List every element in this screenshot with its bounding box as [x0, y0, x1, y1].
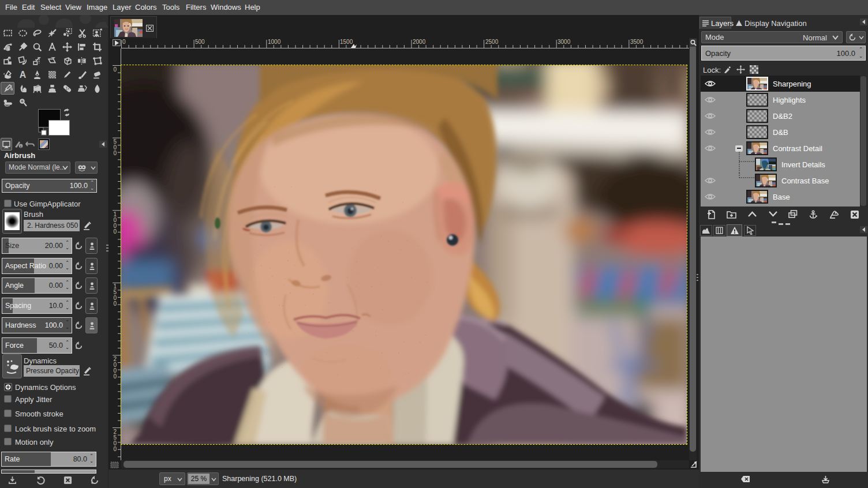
svg-text:A: A	[19, 70, 26, 80]
svg-text:i: i	[20, 144, 21, 148]
